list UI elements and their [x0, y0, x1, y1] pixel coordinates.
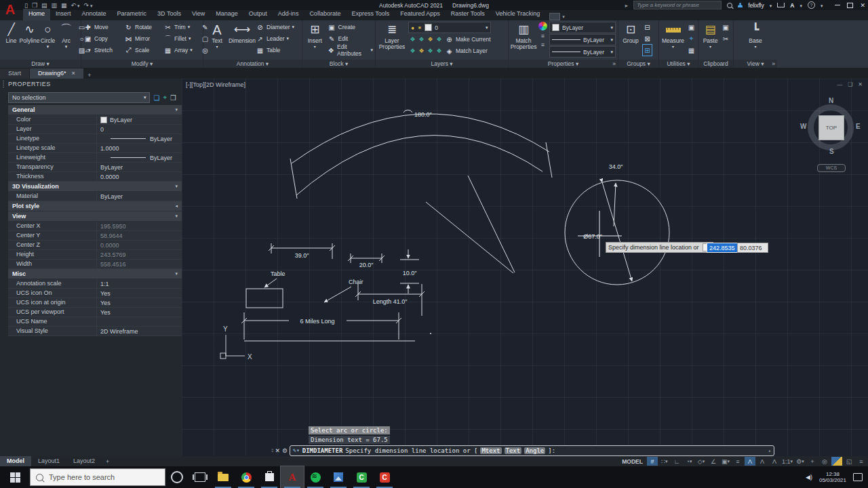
section-header[interactable]: Misc▾	[8, 269, 182, 279]
dynamic-input-x[interactable]: 242.8535	[707, 243, 739, 253]
group-button[interactable]: ⊡ Group	[620, 22, 641, 44]
palette-title[interactable]: PROPERTIES	[0, 79, 182, 89]
autocad-taskbar-button[interactable]: A	[281, 466, 304, 488]
qat-icon[interactable]: ❒	[32, 2, 37, 9]
ribbon-tab[interactable]: Output	[243, 9, 273, 20]
status-toggle-icon[interactable]: Λ	[757, 457, 768, 466]
panel-label-modify[interactable]: Modify ▾	[81, 60, 203, 68]
status-toggle-icon[interactable]: ◇	[696, 457, 707, 466]
app-store-cart-icon[interactable]	[777, 3, 785, 7]
annotation-small-button[interactable]: ↗Leader	[256, 33, 294, 44]
compass-east[interactable]: E	[856, 123, 861, 130]
image-tool-icon[interactable]	[549, 13, 560, 20]
property-row[interactable]: Center X195.5950	[8, 222, 182, 231]
camtasia-button[interactable]: C	[350, 466, 373, 488]
modify-tool-button[interactable]: ⋈Mirror	[124, 33, 162, 44]
dimension-button[interactable]: ⟷ Dimension	[231, 22, 254, 44]
select-objects-icon[interactable]: ⌖	[163, 94, 167, 102]
id-point-button[interactable]: ⌖	[687, 33, 696, 44]
layer-properties-button[interactable]: ≣ Layer Properties	[378, 22, 406, 50]
status-toggle-icon[interactable]: ∠	[708, 457, 719, 466]
draw-tool-button[interactable]: ∿ Polyline	[20, 22, 39, 49]
vp-minimize-icon[interactable]: —	[837, 81, 842, 87]
color-dropdown[interactable]: ByLayer▾	[549, 22, 616, 33]
drawing-canvas[interactable]: 180.0″ 34.0″ Ø67.0″ 39.0″ 20.0″	[182, 79, 868, 456]
layout-tab[interactable]: Layout2	[66, 456, 102, 466]
property-row[interactable]: MaterialByLayer	[8, 192, 182, 201]
text-button[interactable]: A Text▾	[205, 22, 229, 49]
action-center-icon[interactable]	[853, 473, 863, 481]
status-toggle-icon[interactable]: ▣	[720, 457, 731, 466]
copy-clip-button[interactable]: ▣	[722, 22, 730, 33]
quick-select-icon[interactable]: ❒	[170, 94, 176, 102]
vp-restore-icon[interactable]: ❑	[848, 81, 852, 87]
block-small-button[interactable]: ✎Edit	[328, 33, 373, 44]
ribbon-tab[interactable]: Annotate	[77, 9, 112, 20]
ribbon-tab[interactable]: Featured Apps	[395, 9, 446, 20]
qat-icon[interactable]: ▦	[61, 2, 67, 9]
expand-arrow-icon[interactable]: ▸	[625, 2, 628, 9]
section-header[interactable]: General▾	[8, 105, 182, 115]
panel-label-layers[interactable]: Layers ▾	[376, 60, 508, 68]
draw-tool-button[interactable]: ⌒ Arc	[57, 22, 75, 49]
cmd-customize-wrench-icon[interactable]: ⚙	[282, 447, 288, 454]
command-option[interactable]: Angle	[524, 447, 545, 454]
property-row[interactable]: Annotation scale1:1	[8, 279, 182, 289]
modify-tool-button[interactable]: ↻Rotate	[124, 22, 162, 33]
status-toggle-icon[interactable]: Λ	[769, 457, 780, 466]
modify-tool-button[interactable]: ✂Trim	[163, 22, 199, 33]
vp-close-icon[interactable]: ✕	[858, 81, 863, 87]
status-toggle-icon[interactable]: ≡	[732, 457, 743, 466]
file-tab-start[interactable]: Start	[0, 68, 29, 79]
status-toggle-icon[interactable]: ◎	[819, 457, 830, 466]
group-select-toggle[interactable]: ⊞	[643, 45, 652, 56]
compass-north[interactable]: N	[829, 97, 833, 104]
quick-calc-button[interactable]: ▦	[687, 45, 696, 56]
property-row[interactable]: ColorByLayer	[8, 115, 182, 125]
panel-label-groups[interactable]: Groups ▾	[618, 60, 658, 68]
draw-tool-button[interactable]: ○ Circle	[39, 22, 57, 49]
viewcube-top-face[interactable]: TOP	[818, 115, 844, 140]
match-properties-button[interactable]: ▥ Match Properties	[511, 22, 536, 50]
ribbon-tab[interactable]: Parametric	[112, 9, 153, 20]
ribbon-tab[interactable]: Add-ins	[273, 9, 304, 20]
autodesk-a-icon[interactable]: A	[790, 2, 794, 9]
file-explorer-button[interactable]	[212, 466, 235, 488]
selection-dropdown[interactable]: No selection▾	[8, 92, 150, 103]
status-toggle-icon[interactable]: ⚙	[795, 457, 806, 466]
panel-label-clipboard[interactable]: Clipboard	[698, 60, 733, 68]
modify-tool-button[interactable]: ▦Array	[163, 45, 199, 56]
base-button[interactable]: ┗ Base▾	[744, 22, 767, 49]
property-row[interactable]: TransparencyByLayer	[8, 163, 182, 172]
property-row[interactable]: UCS icon at originYes	[8, 298, 182, 308]
qat-icon[interactable]: ▤	[41, 2, 47, 9]
cortana-button[interactable]	[165, 466, 189, 488]
command-input[interactable]: ✎▾ DIMDIAMETER Specify dimension line lo…	[290, 445, 774, 456]
match-layer-button[interactable]: ◈Match Layer	[445, 45, 488, 56]
modify-tool-button[interactable]: ✚Move	[83, 22, 123, 33]
a-caret-icon[interactable]	[800, 2, 802, 9]
command-option[interactable]: Mtext	[480, 447, 501, 454]
taskbar-search-input[interactable]: Type here to search	[30, 468, 165, 486]
make-current-button[interactable]: ⊕Make Current	[445, 34, 491, 45]
block-small-button[interactable]: ❖Edit Attributes	[328, 45, 373, 56]
restore-button[interactable]	[847, 3, 853, 8]
ribbon-tab[interactable]: Insert	[50, 9, 77, 20]
status-toggle-icon[interactable]: Λ	[745, 457, 755, 466]
recorder-button[interactable]: C	[373, 466, 396, 488]
cut-clip-button[interactable]: ✂	[722, 33, 730, 44]
ribbon-tab[interactable]: Home	[23, 9, 50, 20]
lineweight-dropdown[interactable]: ByLayer▾	[549, 34, 616, 45]
ribbon-tab[interactable]: Raster Tools	[446, 9, 490, 20]
file-tab-drawing6[interactable]: Drawing6* ×	[30, 68, 83, 79]
ribbon-collapse-caret-icon[interactable]: ▾	[562, 14, 565, 20]
group-edit-button[interactable]: ⊠	[643, 33, 652, 44]
minimize-button[interactable]	[835, 5, 840, 5]
panel-label-block[interactable]: Block ▾	[302, 60, 375, 68]
compass-south[interactable]: S	[829, 148, 834, 155]
model-space-label[interactable]: MODEL	[622, 458, 643, 465]
property-row[interactable]: LineweightByLayer	[8, 153, 182, 163]
property-row[interactable]: LinetypeByLayer	[8, 134, 182, 144]
modify-tool-button[interactable]: ▣Copy	[83, 33, 123, 44]
chrome-button[interactable]	[235, 466, 258, 488]
